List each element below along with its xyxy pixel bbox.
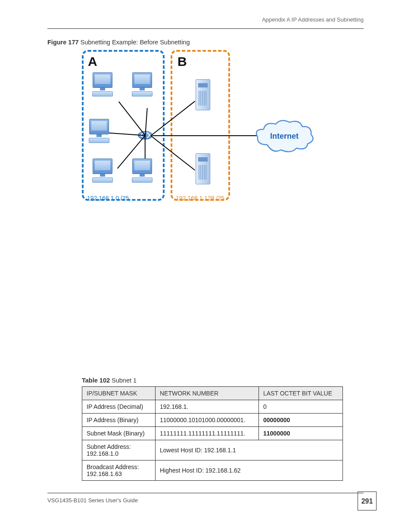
pc-icon (129, 159, 155, 184)
page-header: Appendix A IP Addresses and Subnetting (47, 16, 364, 23)
figure: Figure 177 Subnetting Example: Before Su… (47, 39, 364, 205)
table-header: NETWORK NUMBER (156, 387, 259, 400)
subnet-table-wrap: Table 102 Subnet 1 IP/SUBNET MASK NETWOR… (82, 377, 343, 481)
table-row: Subnet Mask (Binary) 11111111.11111111.1… (82, 427, 343, 440)
net-line (153, 135, 258, 136)
table-header-row: IP/SUBNET MASK NETWORK NUMBER LAST OCTET… (82, 387, 343, 400)
table-cell: IP Address (Binary) (82, 414, 156, 427)
footer-rule (47, 493, 364, 493)
table-cell: 11111111.11111111.11111111. (156, 427, 259, 440)
group-a-label: A (88, 54, 97, 69)
table-header: IP/SUBNET MASK (82, 387, 156, 400)
table-cell: 00000000 (259, 414, 343, 427)
figure-caption: Figure 177 Subnetting Example: Before Su… (47, 39, 364, 46)
table-cell: Lowest Host ID: 192.168.1.1 (156, 440, 343, 460)
table-header: LAST OCTET BIT VALUE (259, 387, 343, 400)
figure-caption-text: Subnetting Example: Before Subnetting (79, 39, 190, 46)
table-row: IP Address (Binary) 11000000.10101000.00… (82, 414, 343, 427)
table-caption-number: Table 102 (82, 377, 110, 384)
table-row: IP Address (Decimal) 192.168.1. 0 (82, 400, 343, 414)
subnet-a-label: 192.168.1.0 /25 (87, 195, 129, 202)
internet-cloud: Internet (254, 119, 314, 155)
table-cell: 192.168.1. (156, 400, 259, 414)
pc-icon (86, 119, 112, 144)
table-row: Broadcast Address: 192.168.1.63 Highest … (82, 460, 343, 481)
subnet-b-label: 192.168.1.128 /25 (176, 195, 224, 202)
pc-icon (90, 159, 115, 184)
server-icon (196, 153, 210, 184)
table-cell: 11000000 (259, 427, 343, 440)
table-cell: 11000000.10101000.00000001. (156, 414, 259, 427)
table-row: Subnet Address: 192.168.1.0 Lowest Host … (82, 440, 343, 460)
table-caption: Table 102 Subnet 1 (82, 377, 343, 384)
group-b-label: B (177, 54, 187, 69)
table-cell: 0 (259, 400, 343, 414)
table-cell: IP Address (Decimal) (82, 400, 156, 414)
subnet-table: IP/SUBNET MASK NETWORK NUMBER LAST OCTET… (82, 386, 343, 481)
footer-text: VSG1435-B101 Series User's Guide (47, 497, 138, 504)
table-cell: Broadcast Address: 192.168.1.63 (82, 460, 156, 481)
page-number: 291 (358, 492, 377, 510)
cloud-label: Internet (254, 132, 314, 141)
server-icon (196, 79, 210, 110)
table-cell: Subnet Address: 192.168.1.0 (82, 440, 156, 460)
header-rule (47, 28, 364, 29)
table-caption-text: Subnet 1 (110, 377, 137, 384)
pc-icon (129, 72, 155, 97)
pc-icon (90, 72, 115, 97)
figure-caption-number: Figure 177 (47, 39, 79, 46)
table-cell: Subnet Mask (Binary) (82, 427, 156, 440)
table-cell: Highest Host ID: 192.168.1.62 (156, 460, 343, 481)
network-diagram: A B 192.168.1.0 /25 192.168.1.128 /25 (82, 50, 320, 205)
